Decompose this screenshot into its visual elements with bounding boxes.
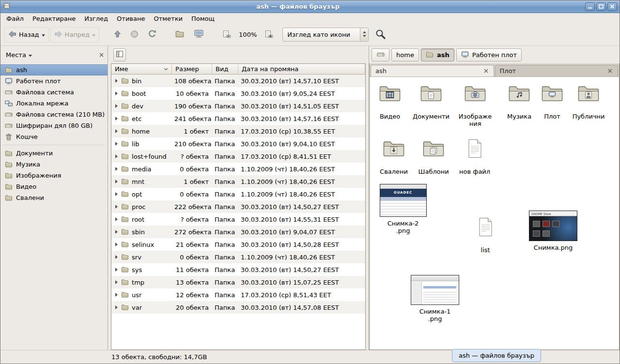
- tab-close-button[interactable]: [607, 68, 613, 74]
- menu-item-1[interactable]: Редактиране: [28, 14, 80, 23]
- back-button[interactable]: Назад: [4, 27, 49, 43]
- titlebar[interactable]: ash — файлов браузър: [0, 0, 620, 13]
- folder-item[interactable]: Изображения: [455, 84, 496, 127]
- column-header[interactable]: Име: [111, 64, 172, 74]
- sidebar-item[interactable]: Шифриран дял (80 GB): [0, 120, 108, 131]
- expander-icon[interactable]: [115, 180, 118, 183]
- sidebar-close-button[interactable]: [98, 50, 105, 60]
- menu-item-4[interactable]: Отметки: [149, 14, 186, 23]
- places-selector[interactable]: Места: [3, 49, 35, 61]
- sidebar-item[interactable]: Видео: [0, 181, 108, 192]
- table-row[interactable]: usr12 обектаПапка17.03.2010 (ср) 8,51,43…: [111, 288, 365, 301]
- path-button-home[interactable]: home: [391, 48, 419, 61]
- expander-icon[interactable]: [115, 154, 118, 158]
- column-header[interactable]: Вид: [212, 64, 238, 74]
- expander-icon[interactable]: [115, 205, 118, 209]
- tab-ash[interactable]: ash: [371, 65, 494, 76]
- table-row[interactable]: mnt1 обектПапка1.10.2009 (чт) 18,40,26 E…: [111, 175, 365, 188]
- combo-spinner[interactable]: [360, 28, 368, 41]
- zoom-out-button[interactable]: [218, 27, 235, 43]
- column-header[interactable]: Размер: [172, 64, 212, 74]
- expander-icon[interactable]: [115, 217, 118, 221]
- expander-icon[interactable]: [115, 167, 118, 171]
- close-button[interactable]: [607, 2, 617, 11]
- forward-dropdown-icon[interactable]: [92, 31, 95, 38]
- table-row[interactable]: proc222 обектаПапка30.03.2010 (вт) 14,50…: [111, 200, 365, 213]
- taskbar-window-button[interactable]: ash — файлов браузър: [452, 349, 541, 362]
- folder-item[interactable]: Плот: [535, 84, 570, 120]
- expander-icon[interactable]: [115, 117, 118, 121]
- table-row[interactable]: opt0 обектаПапка1.10.2009 (чт) 18,40,26 …: [111, 188, 365, 200]
- table-row[interactable]: root? обектаПапка30.03.2010 (вт) 14,55,3…: [111, 213, 365, 226]
- computer-button[interactable]: [190, 27, 208, 43]
- folder-item[interactable]: Свалени: [374, 139, 413, 175]
- menu-item-5[interactable]: Помощ: [187, 14, 219, 23]
- sidebar-item[interactable]: Кошче: [0, 131, 108, 142]
- tab-Плот[interactable]: Плот: [495, 65, 618, 76]
- folder-item[interactable]: Видео: [372, 84, 408, 120]
- menu-item-2[interactable]: Изглед: [80, 14, 112, 23]
- sidebar-item[interactable]: Работен плот: [0, 76, 108, 87]
- back-dropdown-icon[interactable]: [42, 31, 45, 38]
- expander-icon[interactable]: [115, 192, 118, 196]
- table-row[interactable]: media0 обектаПапка1.10.2009 (чт) 18,40,2…: [111, 163, 365, 175]
- expander-icon[interactable]: [115, 142, 118, 146]
- table-row[interactable]: boot10 обектаПапка30.03.2010 (вт) 9,05,2…: [111, 87, 365, 100]
- path-button-ash[interactable]: ash: [421, 48, 454, 61]
- sidebar-item[interactable]: Музика: [0, 159, 108, 170]
- forward-button[interactable]: Напред: [50, 27, 99, 43]
- home-button[interactable]: [171, 27, 188, 43]
- table-row[interactable]: sys11 обектаПапка30.03.2010 (вт) 14,50,2…: [111, 263, 365, 276]
- folder-item[interactable]: Шаблони: [414, 139, 453, 175]
- table-row[interactable]: selinux21 обектаПапка30.03.2010 (вт) 14,…: [111, 238, 365, 251]
- image-file-item[interactable]: GUADECСнимка-2.png: [379, 184, 427, 234]
- sidebar-item[interactable]: Локална мрежа: [0, 98, 108, 109]
- table-row[interactable]: lost+found? обектаПапка17.03.2010 (ср) 8…: [111, 150, 365, 163]
- zoom-in-button[interactable]: [261, 27, 277, 43]
- sidebar-item[interactable]: Изображения: [0, 170, 108, 181]
- image-file-item[interactable]: GNOME StoreСнимка.png: [528, 211, 578, 251]
- document-item[interactable]: нов файл: [454, 139, 495, 175]
- expander-icon[interactable]: [115, 79, 118, 83]
- up-button[interactable]: [110, 27, 125, 43]
- expander-icon[interactable]: [115, 230, 118, 234]
- table-row[interactable]: bin108 обектаПапка30.03.2010 (вт) 14,57,…: [111, 75, 365, 87]
- sidebar-item[interactable]: Документи: [0, 148, 108, 159]
- expander-icon[interactable]: [115, 280, 118, 284]
- sidebar-item[interactable]: ash: [0, 64, 108, 76]
- sidebar-item[interactable]: Файлова система: [0, 87, 108, 98]
- menu-item-3[interactable]: Отиване: [112, 14, 149, 23]
- table-row[interactable]: srv0 обектаПапка1.10.2009 (чт) 18,40,26 …: [111, 251, 365, 263]
- menu-item-0[interactable]: Файл: [2, 14, 28, 23]
- tab-close-button[interactable]: [483, 68, 489, 74]
- table-row[interactable]: tmp13 обектаПапка30.03.2010 (вт) 15,07,2…: [111, 276, 365, 288]
- table-row[interactable]: var20 обектаПапка30.03.2010 (вт) 14,57,0…: [111, 301, 365, 314]
- image-file-item[interactable]: Снимка-1.png: [410, 275, 460, 322]
- column-header[interactable]: Дата на промяна: [238, 64, 365, 74]
- table-row[interactable]: lib210 обектаПапка30.03.2010 (вт) 9,04,1…: [111, 137, 365, 150]
- table-row[interactable]: home1 обектПапка17.03.2010 (ср) 10,38,55…: [111, 125, 365, 137]
- table-row[interactable]: sbin272 обектаПапка30.03.2010 (вт) 9,04,…: [111, 226, 365, 238]
- document-item[interactable]: list: [466, 217, 505, 254]
- stop-button[interactable]: [126, 27, 142, 43]
- expander-icon[interactable]: [115, 293, 118, 297]
- minimize-button[interactable]: [585, 2, 595, 11]
- table-row[interactable]: dev190 обектаПапка30.03.2010 (вт) 14,51,…: [111, 100, 365, 112]
- folder-item[interactable]: Музика: [500, 84, 539, 120]
- expander-icon[interactable]: [115, 305, 118, 309]
- pane-toggle-button[interactable]: [113, 48, 126, 61]
- sidebar-item[interactable]: Свалени: [0, 192, 108, 203]
- reload-button[interactable]: [144, 27, 160, 43]
- expander-icon[interactable]: [115, 129, 118, 133]
- path-button-Работен плот[interactable]: Работен плот: [456, 48, 522, 61]
- folder-item[interactable]: Документи: [412, 84, 450, 120]
- folder-item[interactable]: Публични: [569, 84, 608, 120]
- table-row[interactable]: etc241 обектаПапка30.03.2010 (вт) 14,57,…: [111, 112, 365, 125]
- expander-icon[interactable]: [115, 255, 118, 259]
- maximize-button[interactable]: [596, 2, 606, 11]
- expander-icon[interactable]: [115, 243, 118, 246]
- sidebar-item[interactable]: Файлова система (210 MB): [0, 109, 108, 120]
- expander-icon[interactable]: [115, 91, 118, 95]
- expander-icon[interactable]: [115, 104, 118, 108]
- view-mode-combo[interactable]: Изглед като икони: [282, 28, 369, 42]
